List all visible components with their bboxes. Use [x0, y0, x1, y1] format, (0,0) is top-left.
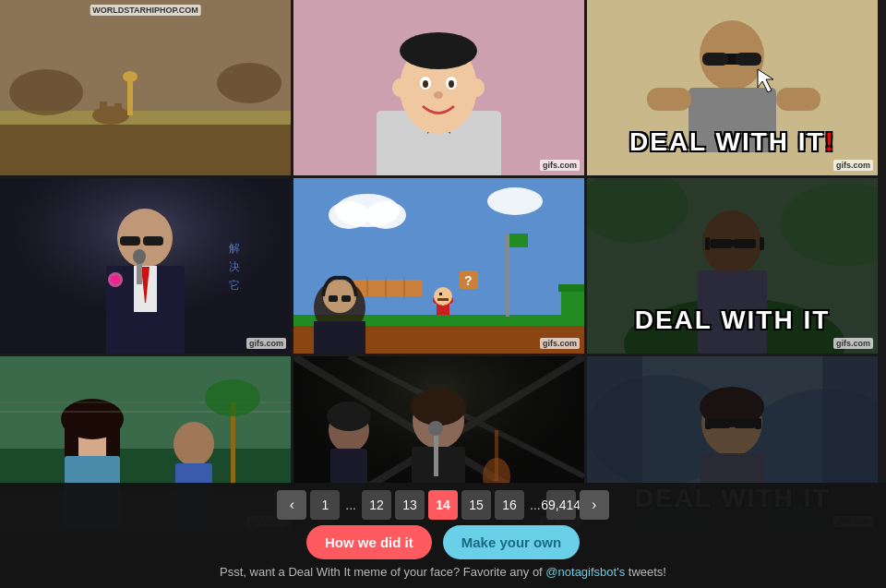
- gif-cell-safari[interactable]: WORLDSTARHIPHOP.COM: [0, 0, 291, 175]
- svg-point-52: [487, 187, 543, 215]
- svg-rect-113: [495, 430, 498, 481]
- svg-rect-110: [434, 430, 438, 476]
- svg-point-50: [329, 201, 369, 229]
- page-12-button[interactable]: 12: [362, 490, 391, 520]
- svg-rect-59: [506, 234, 509, 317]
- svg-point-3: [9, 69, 83, 115]
- svg-point-44: [111, 275, 120, 284]
- watermark-gifs-singer: gifs.com: [246, 338, 286, 349]
- svg-rect-128: [705, 418, 712, 429]
- svg-rect-42: [143, 236, 163, 246]
- svg-point-5: [92, 106, 129, 125]
- promo-link[interactable]: @notagifsbot's: [545, 565, 625, 579]
- dots-left: ...: [343, 490, 358, 520]
- svg-text:解: 解: [229, 242, 240, 255]
- page-15-button[interactable]: 15: [461, 490, 491, 520]
- svg-rect-129: [755, 418, 761, 429]
- svg-rect-27: [647, 88, 691, 111]
- svg-point-21: [434, 91, 443, 99]
- make-your-own-button[interactable]: Make your own: [443, 525, 580, 559]
- svg-rect-60: [509, 234, 528, 247]
- svg-point-40: [133, 249, 146, 264]
- svg-rect-65: [329, 295, 338, 302]
- svg-point-9: [123, 71, 138, 82]
- svg-rect-127: [728, 419, 736, 426]
- svg-rect-66: [341, 295, 351, 302]
- svg-point-111: [428, 421, 443, 436]
- page-1-button[interactable]: 1: [310, 490, 340, 520]
- svg-point-51: [365, 201, 406, 229]
- prev-page-button[interactable]: ‹: [277, 490, 306, 520]
- watermark-gifs-deal1: gifs.com: [833, 160, 873, 171]
- page-13-button[interactable]: 13: [395, 490, 425, 520]
- watermark-worldstar: WORLDSTARHIPHOP.COM: [90, 5, 201, 16]
- how-we-did-it-button[interactable]: How we did it: [306, 525, 432, 559]
- svg-rect-89: [0, 449, 291, 486]
- promo-text-before: Psst, want a Deal With It meme of your f…: [220, 565, 543, 579]
- svg-point-4: [217, 63, 281, 103]
- svg-point-23: [470, 78, 485, 97]
- svg-rect-85: [760, 237, 764, 250]
- svg-rect-125: [710, 419, 730, 428]
- gif-cell-singer[interactable]: 解 决 它 gifs.com: [0, 178, 291, 354]
- gif-cell-deal1[interactable]: DEAL WITH IT! gifs.com: [587, 0, 878, 175]
- svg-text:它: 它: [229, 279, 240, 292]
- watermark-gifs-peewee: gifs.com: [540, 160, 580, 171]
- svg-text:决: 决: [229, 260, 240, 273]
- bottom-bar: ‹ 1 ... 12 13 14 15 16 ... 69,414 › How …: [0, 483, 886, 588]
- watermark-gifs-deal2: gifs.com: [833, 338, 873, 349]
- page-last-button[interactable]: 69,414: [546, 490, 576, 520]
- svg-rect-6: [100, 102, 107, 120]
- svg-rect-74: [558, 284, 584, 292]
- svg-rect-1: [0, 120, 291, 175]
- svg-point-100: [205, 379, 260, 416]
- next-page-button[interactable]: ›: [580, 490, 609, 520]
- svg-rect-8: [127, 78, 133, 115]
- deal-text-1: DEAL WITH IT!: [587, 127, 878, 157]
- svg-point-108: [411, 389, 466, 426]
- svg-point-19: [423, 80, 428, 88]
- svg-point-116: [327, 402, 371, 431]
- svg-rect-84: [705, 237, 710, 250]
- svg-rect-72: [437, 298, 449, 301]
- svg-rect-83: [730, 240, 736, 246]
- gallery-grid: WORLDSTARHIPHOP.COM: [0, 0, 886, 532]
- svg-rect-7: [114, 103, 122, 120]
- svg-rect-126: [735, 419, 755, 428]
- svg-rect-67: [314, 321, 365, 354]
- promo-text: Psst, want a Deal With It meme of your f…: [220, 565, 666, 579]
- svg-rect-30: [702, 53, 728, 66]
- svg-rect-41: [120, 236, 140, 246]
- svg-text:?: ?: [464, 273, 473, 288]
- svg-rect-71: [439, 293, 442, 295]
- svg-point-22: [392, 78, 407, 97]
- svg-rect-73: [561, 289, 584, 317]
- gif-cell-deal2[interactable]: DEAL WITH IT gifs.com: [587, 178, 878, 354]
- deal-text-2: DEAL WITH IT: [587, 306, 878, 335]
- svg-rect-82: [734, 239, 756, 248]
- svg-rect-81: [710, 239, 732, 248]
- action-buttons: How we did it Make your own: [306, 525, 580, 559]
- gif-cell-peewee[interactable]: gifs.com: [293, 0, 584, 175]
- pagination: ‹ 1 ... 12 13 14 15 16 ... 69,414 ›: [277, 490, 608, 520]
- svg-point-16: [400, 32, 477, 69]
- watermark-gifs-mario: gifs.com: [540, 338, 580, 349]
- svg-point-70: [434, 287, 452, 306]
- svg-rect-28: [776, 88, 820, 111]
- svg-point-95: [174, 422, 214, 466]
- svg-point-20: [449, 80, 454, 88]
- gif-cell-mario[interactable]: ?: [293, 178, 584, 354]
- promo-text-after: tweets!: [629, 565, 666, 579]
- svg-rect-31: [736, 53, 761, 66]
- page-14-button[interactable]: 14: [428, 490, 458, 520]
- page-16-button[interactable]: 16: [495, 490, 524, 520]
